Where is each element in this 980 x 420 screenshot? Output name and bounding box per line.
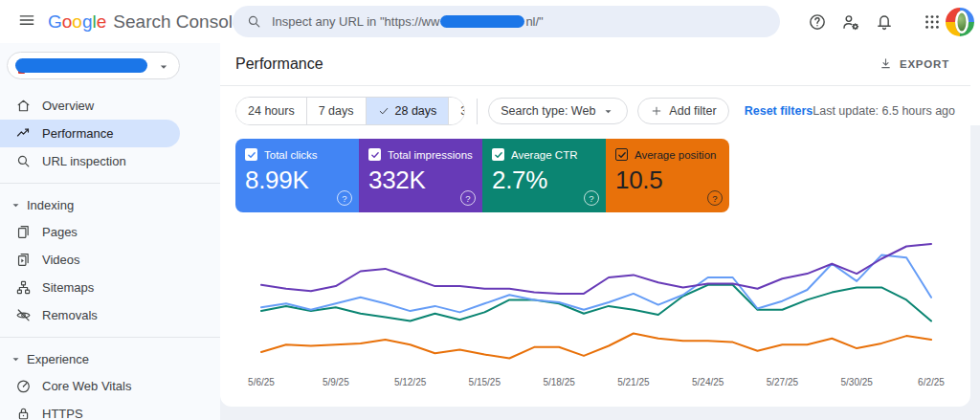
account-avatar[interactable] (946, 8, 974, 36)
sidebar-item-sitemaps[interactable]: Sitemaps (0, 274, 180, 301)
lock-icon (15, 406, 32, 420)
page-title: Performance (235, 55, 323, 73)
sidebar-item-label: Core Web Vitals (42, 379, 131, 393)
divider (0, 183, 220, 184)
apps-button[interactable] (919, 9, 946, 35)
home-icon (15, 98, 32, 114)
sidebar-item-overview[interactable]: Overview (0, 92, 180, 120)
plus-icon (650, 104, 663, 118)
checkbox-checked[interactable] (245, 148, 257, 161)
x-axis-label: 5/9/25 (323, 377, 349, 387)
search-type-label: Search type: Web (501, 104, 595, 118)
search-placeholder-prefix: Inspect any URL in "https://ww (272, 14, 439, 29)
x-axis-label: 5/21/25 (617, 377, 650, 387)
help-button[interactable] (804, 9, 831, 35)
trending-icon (15, 125, 32, 142)
card-value: 2.7% (492, 166, 596, 195)
x-axis-label: 5/27/25 (767, 377, 799, 387)
sidebar-item-pages[interactable]: Pages (0, 218, 180, 246)
checkbox-checked[interactable] (615, 148, 628, 161)
sidebar-item-label: Performance (42, 126, 113, 141)
search-type-button[interactable]: Search type: Web (488, 98, 628, 124)
series-average-ctr (261, 285, 931, 321)
filter-row: 24 hours7 days28 days3 monthsMore Search… (220, 86, 970, 125)
section-label: Indexing (27, 198, 74, 212)
x-axis-label: 5/18/25 (543, 377, 575, 387)
panel-edge (970, 43, 980, 125)
google-logo: Google (48, 11, 106, 33)
logo-letter: e (97, 11, 107, 32)
x-axis-label: 5/30/25 (841, 377, 874, 387)
reset-filters-link[interactable]: Reset filters (745, 104, 813, 118)
sidebar-item-label: HTTPS (42, 407, 83, 420)
help-icon[interactable]: ? (337, 190, 352, 206)
logo-letter: g (82, 11, 93, 32)
checkbox-checked[interactable] (492, 148, 504, 161)
card-header: Average position (615, 148, 720, 161)
chevron-down-icon (601, 104, 615, 119)
range-chip-label: 7 days (319, 104, 354, 118)
export-button[interactable]: EXPORT (873, 55, 955, 74)
range-chip-28-days[interactable]: 28 days (366, 98, 449, 124)
question-icon (808, 12, 827, 32)
card-header: Total clicks (245, 148, 349, 161)
performance-chart[interactable]: 5/6/255/9/255/12/255/15/255/18/255/21/25… (237, 234, 965, 397)
help-icon[interactable]: ? (707, 190, 723, 206)
x-axis-label: 5/24/25 (692, 377, 724, 387)
sidebar: OverviewPerformanceURL inspectionIndexin… (0, 43, 220, 420)
divider (0, 337, 220, 338)
range-chip-label: 24 hours (248, 104, 295, 118)
metric-card-total-impressions[interactable]: Total impressions332K? (359, 139, 482, 212)
card-label: Average CTR (511, 149, 577, 161)
card-label: Average position (635, 149, 716, 161)
sidebar-item-https[interactable]: HTTPS (0, 400, 180, 420)
metric-card-average-ctr[interactable]: Average CTR2.7%? (482, 139, 606, 212)
sitemap-icon (15, 279, 32, 296)
app-logo: Google Search Console (48, 11, 243, 33)
help-icon[interactable]: ? (460, 190, 476, 206)
sidebar-item-label: Videos (42, 253, 80, 267)
metric-card-average-position[interactable]: Average position10.5? (606, 139, 729, 212)
check-icon (378, 105, 390, 117)
search-icon (15, 153, 32, 169)
sidebar-item-url-inspection[interactable]: URL inspection (0, 147, 180, 175)
section-experience[interactable]: Experience (0, 345, 220, 372)
divider (477, 99, 478, 124)
section-indexing[interactable]: Indexing (0, 191, 220, 218)
checkbox-checked[interactable] (368, 148, 381, 161)
range-chip-label: 3 months (460, 104, 464, 118)
metric-card-total-clicks[interactable]: Total clicks8.99K? (235, 139, 359, 212)
sidebar-item-performance[interactable]: Performance (0, 120, 180, 147)
help-icon[interactable]: ? (584, 190, 599, 206)
sidebar-item-core-web-vitals[interactable]: Core Web Vitals (0, 372, 180, 400)
card-value: 10.5 (615, 166, 720, 195)
bell-icon (875, 12, 894, 32)
property-selector[interactable] (7, 52, 180, 79)
range-chip-3-months[interactable]: 3 months (448, 98, 464, 124)
menu-button[interactable] (13, 9, 40, 35)
person-gear-icon (841, 12, 860, 32)
notifications-button[interactable] (871, 9, 898, 35)
sidebar-item-label: Sitemaps (42, 280, 94, 295)
logo-letter: o (72, 11, 82, 32)
main-panel: Performance EXPORT 24 hours7 days28 days… (220, 43, 970, 407)
redaction (440, 15, 524, 28)
range-chip-24-hours[interactable]: 24 hours (236, 98, 306, 124)
manage-users-button[interactable] (837, 9, 864, 35)
grid-icon (923, 12, 942, 32)
pages-icon (15, 224, 32, 240)
range-chip-7-days[interactable]: 7 days (306, 98, 366, 124)
sidebar-item-removals[interactable]: Removals (0, 301, 180, 329)
sidebar-item-videos[interactable]: Videos (0, 246, 180, 274)
export-label: EXPORT (900, 58, 949, 70)
sidebar-nav: OverviewPerformanceURL inspectionIndexin… (0, 92, 220, 420)
chart-svg: 5/6/255/9/255/12/255/15/255/18/255/21/25… (237, 234, 965, 395)
add-filter-label: Add filter (669, 104, 716, 118)
sidebar-item-label: Overview (42, 99, 94, 113)
screen: Google Search Console Inspect any URL in… (0, 0, 980, 420)
range-chip-label: 28 days (395, 104, 437, 118)
logo-letter: o (62, 11, 73, 32)
redaction (15, 58, 147, 73)
url-inspect-searchbar[interactable]: Inspect any URL in "https://ww nl/" (233, 6, 780, 37)
add-filter-button[interactable]: Add filter (637, 98, 728, 124)
